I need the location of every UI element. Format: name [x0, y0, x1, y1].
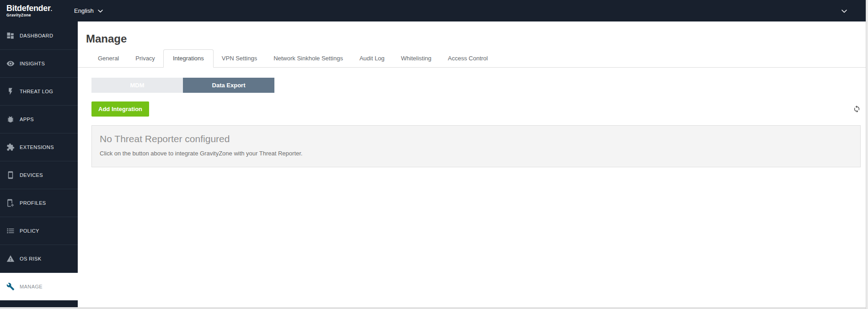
empty-state-title: No Threat Reporter configured: [100, 133, 852, 145]
window-bottom-edge: [0, 307, 868, 309]
sidebar-item-label: POLICY: [20, 228, 39, 234]
chevron-down-icon: [841, 7, 847, 15]
brand-logo: Bitdefender. GravityZone: [0, 4, 69, 18]
sidebar-nav: DASHBOARD INSIGHTS THREAT LOG APPS EXTEN…: [0, 21, 78, 309]
top-bar: Bitdefender. GravityZone English: [0, 0, 868, 21]
sidebar-item-policy[interactable]: POLICY: [0, 217, 78, 245]
sidebar-item-profiles[interactable]: PROFILES: [0, 189, 78, 217]
tab-audit-log[interactable]: Audit Log: [351, 50, 393, 67]
sidebar-item-label: INSIGHTS: [20, 61, 45, 66]
main-content: Manage General Privacy Integrations VPN …: [78, 21, 868, 309]
sidebar-item-label: DASHBOARD: [20, 33, 53, 38]
dashboard-icon: [6, 32, 15, 40]
bug-icon: [6, 115, 15, 123]
sidebar-item-threat-log[interactable]: THREAT LOG: [0, 77, 78, 105]
eye-icon: [6, 59, 15, 68]
tab-whitelisting[interactable]: Whitelisting: [393, 50, 439, 67]
sidebar-item-devices[interactable]: DEVICES: [0, 161, 78, 189]
sidebar-item-label: PROFILES: [20, 200, 46, 206]
tab-content: MDM Data Export Add Integration No Threa…: [78, 78, 868, 167]
lightning-icon: [6, 87, 15, 96]
sidebar-item-label: APPS: [20, 117, 34, 122]
sidebar-item-insights[interactable]: INSIGHTS: [0, 49, 78, 77]
product-name: GravityZone: [6, 13, 69, 17]
sidebar-item-dashboard[interactable]: DASHBOARD: [0, 21, 78, 49]
brand-name: Bitdefender.: [6, 4, 69, 13]
integration-type-toggle: MDM Data Export: [91, 78, 861, 93]
device-gear-icon: [6, 199, 15, 207]
puzzle-icon: [6, 143, 15, 151]
tab-privacy[interactable]: Privacy: [127, 50, 163, 67]
tab-access-control[interactable]: Access Control: [439, 50, 496, 67]
add-integration-button[interactable]: Add Integration: [91, 101, 149, 117]
sidebar-item-label: DEVICES: [20, 172, 43, 178]
tab-integrations[interactable]: Integrations: [163, 49, 214, 68]
scrollbar-track[interactable]: [866, 0, 868, 309]
sidebar-item-label: THREAT LOG: [20, 89, 53, 94]
action-row: Add Integration: [91, 101, 861, 117]
tab-network-sinkhole-settings[interactable]: Network Sinkhole Settings: [265, 50, 351, 67]
tab-general[interactable]: General: [90, 50, 127, 67]
chevron-down-icon: [98, 7, 103, 14]
segment-data-export[interactable]: Data Export: [183, 78, 274, 93]
empty-state-description: Click on the button above to integrate G…: [100, 150, 852, 157]
sidebar-item-extensions[interactable]: EXTENSIONS: [0, 133, 78, 161]
sidebar-item-label: OS RISK: [20, 256, 41, 261]
sidebar-item-apps[interactable]: APPS: [0, 105, 78, 133]
brand-text: Bitdefender: [6, 4, 51, 13]
page-title: Manage: [86, 32, 868, 45]
list-icon: [6, 227, 15, 235]
account-menu-toggle[interactable]: [841, 7, 847, 15]
language-label: English: [74, 7, 94, 14]
segment-mdm[interactable]: MDM: [91, 78, 183, 93]
warning-icon: [6, 255, 15, 263]
language-selector[interactable]: English: [74, 7, 103, 14]
brand-mark: .: [51, 6, 52, 12]
sidebar-item-manage[interactable]: MANAGE: [0, 272, 78, 300]
smartphone-icon: [6, 171, 15, 179]
sidebar-item-label: MANAGE: [20, 284, 43, 289]
sidebar-item-os-risk[interactable]: OS RISK: [0, 245, 78, 272]
tab-vpn-settings[interactable]: VPN Settings: [214, 50, 265, 67]
refresh-icon[interactable]: [853, 105, 861, 113]
wrench-icon: [6, 282, 15, 291]
empty-state-panel: No Threat Reporter configured Click on t…: [91, 125, 861, 167]
tab-bar: General Privacy Integrations VPN Setting…: [78, 50, 868, 68]
sidebar-item-label: EXTENSIONS: [20, 144, 54, 150]
